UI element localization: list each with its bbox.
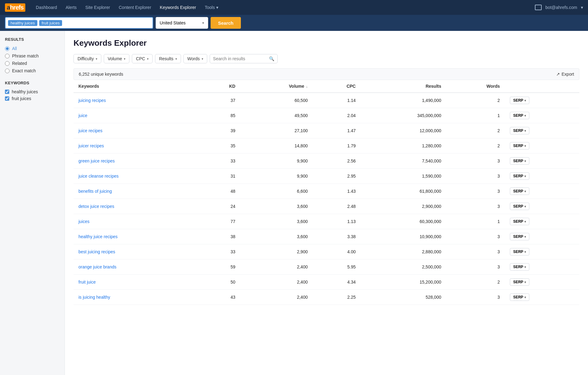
cell-words: 2 <box>446 123 505 138</box>
nav-site-explorer[interactable]: Site Explorer <box>82 4 113 11</box>
filter-results[interactable]: Results ▾ <box>155 54 181 63</box>
col-volume[interactable]: Volume ↓ <box>240 80 313 93</box>
serp-chevron: ▾ <box>524 235 526 238</box>
serp-button[interactable]: SERP ▾ <box>510 233 530 240</box>
keyword-fruit-juices[interactable]: fruit juices <box>5 95 60 102</box>
cell-words: 3 <box>446 154 505 169</box>
cell-serp: SERP ▾ <box>505 184 579 199</box>
serp-button[interactable]: SERP ▾ <box>510 97 530 104</box>
cell-cpc: 1.79 <box>313 138 360 154</box>
serp-button[interactable]: SERP ▾ <box>510 157 530 165</box>
cell-kd: 38 <box>200 229 240 244</box>
serp-button[interactable]: SERP ▾ <box>510 172 530 180</box>
cell-kd: 39 <box>200 123 240 138</box>
cell-words: 2 <box>446 138 505 154</box>
radio-exact-match[interactable]: Exact match <box>5 67 60 74</box>
serp-chevron: ▾ <box>524 175 526 178</box>
serp-button[interactable]: SERP ▾ <box>510 278 530 286</box>
nav-tools[interactable]: Tools ▾ <box>202 4 221 11</box>
keyword-link[interactable]: benefits of juicing <box>78 189 112 194</box>
search-bar: healthy juices fruit juices United State… <box>0 15 588 31</box>
serp-chevron: ▾ <box>524 129 526 133</box>
keyword-link[interactable]: juicing recipes <box>78 98 106 103</box>
search-in-results-input[interactable] <box>213 56 267 61</box>
serp-button[interactable]: SERP ▾ <box>510 263 530 271</box>
keyword-link[interactable]: juice recipes <box>78 128 103 133</box>
filter-words[interactable]: Words ▾ <box>183 54 207 63</box>
keyword-link[interactable]: is juicing healthy <box>78 295 110 300</box>
cell-words: 2 <box>446 275 505 290</box>
cell-volume: 27,100 <box>240 123 313 138</box>
keyword-link[interactable]: juices <box>78 219 90 224</box>
radio-related[interactable]: Related <box>5 60 60 67</box>
monitor-icon[interactable] <box>535 5 542 10</box>
country-value: United States <box>160 20 186 25</box>
cell-words: 1 <box>446 108 505 123</box>
serp-button[interactable]: SERP ▾ <box>510 142 530 150</box>
keyword-link[interactable]: juicer recipes <box>78 143 104 148</box>
col-words: Words <box>446 80 505 93</box>
serp-chevron: ▾ <box>524 190 526 193</box>
tag-healthy-juices[interactable]: healthy juices <box>8 20 37 26</box>
cell-results: 2,900,000 <box>361 199 446 214</box>
results-count-bar: 6,252 unique keywords ↗ Export <box>74 68 579 80</box>
cell-serp: SERP ▾ <box>505 93 579 108</box>
table-row: best juicing recipes 33 2,900 4.00 2,880… <box>74 244 579 259</box>
cell-keyword: orange juice brands <box>74 259 200 275</box>
serp-button[interactable]: SERP ▾ <box>510 127 530 134</box>
cell-cpc: 2.48 <box>313 199 360 214</box>
table-row: detox juice recipes 24 3,600 2.48 2,900,… <box>74 199 579 214</box>
search-input[interactable] <box>64 20 150 25</box>
nav-keywords-explorer[interactable]: Keywords Explorer <box>157 4 200 11</box>
radio-phrase-match[interactable]: Phrase match <box>5 52 60 60</box>
keyword-link[interactable]: green juice recipes <box>78 158 115 163</box>
cell-results: 2,880,000 <box>361 244 446 259</box>
search-button[interactable]: Search <box>211 17 241 29</box>
serp-chevron: ▾ <box>524 144 526 148</box>
keyword-link[interactable]: juice <box>78 113 87 118</box>
cell-serp: SERP ▾ <box>505 275 579 290</box>
keyword-link[interactable]: juice cleanse recipes <box>78 174 119 179</box>
table-row: juicing recipes 37 60,500 1.14 1,490,000… <box>74 93 579 108</box>
cell-cpc: 4.00 <box>313 244 360 259</box>
filter-volume[interactable]: Volume ▾ <box>104 54 130 63</box>
radio-all[interactable]: All <box>5 45 60 52</box>
tag-fruit-juices[interactable]: fruit juices <box>39 20 62 26</box>
serp-button[interactable]: SERP ▾ <box>510 293 530 301</box>
export-button[interactable]: ↗ Export <box>556 72 574 77</box>
cell-serp: SERP ▾ <box>505 108 579 123</box>
cell-results: 1,590,000 <box>361 169 446 184</box>
cell-cpc: 1.13 <box>313 214 360 229</box>
filter-cpc[interactable]: CPC ▾ <box>132 54 153 63</box>
nav-dashboard[interactable]: Dashboard <box>33 4 60 11</box>
serp-button[interactable]: SERP ▾ <box>510 112 530 119</box>
nav-content-explorer[interactable]: Content Explorer <box>116 4 154 11</box>
keyword-link[interactable]: orange juice brands <box>78 264 116 269</box>
serp-button[interactable]: SERP ▾ <box>510 203 530 210</box>
user-email[interactable]: bot@ahrefs.com <box>545 5 577 10</box>
serp-button[interactable]: SERP ▾ <box>510 218 530 225</box>
serp-button[interactable]: SERP ▾ <box>510 188 530 195</box>
keyword-link[interactable]: healthy juice recipes <box>78 234 118 239</box>
serp-button[interactable]: SERP ▾ <box>510 248 530 255</box>
keyword-link[interactable]: detox juice recipes <box>78 204 114 209</box>
results-section-title: Results <box>5 37 60 42</box>
cell-results: 528,000 <box>361 290 446 305</box>
filter-difficulty[interactable]: Difficulty ▾ <box>74 54 101 63</box>
country-select[interactable]: United States ▾ <box>156 17 208 29</box>
nav-right: bot@ahrefs.com ▾ <box>535 5 583 10</box>
cell-kd: 50 <box>200 275 240 290</box>
keyword-link[interactable]: best juicing recipes <box>78 249 115 254</box>
cell-volume: 2,400 <box>240 275 313 290</box>
cell-volume: 9,900 <box>240 154 313 169</box>
nav-alerts[interactable]: Alerts <box>63 4 80 11</box>
keyword-link[interactable]: fruit juice <box>78 280 96 284</box>
serp-chevron: ▾ <box>524 205 526 208</box>
keyword-healthy-juices[interactable]: healthy juices <box>5 88 60 95</box>
main-content: Keywords Explorer Difficulty ▾ Volume ▾ … <box>65 31 588 375</box>
user-dropdown-chevron[interactable]: ▾ <box>581 5 583 10</box>
logo[interactable]: ahrefs <box>5 3 25 12</box>
serp-chevron: ▾ <box>524 280 526 284</box>
sidebar: Results All Phrase match Related Exact m… <box>0 31 65 375</box>
keywords-section: Keywords healthy juices fruit juices <box>5 81 60 102</box>
